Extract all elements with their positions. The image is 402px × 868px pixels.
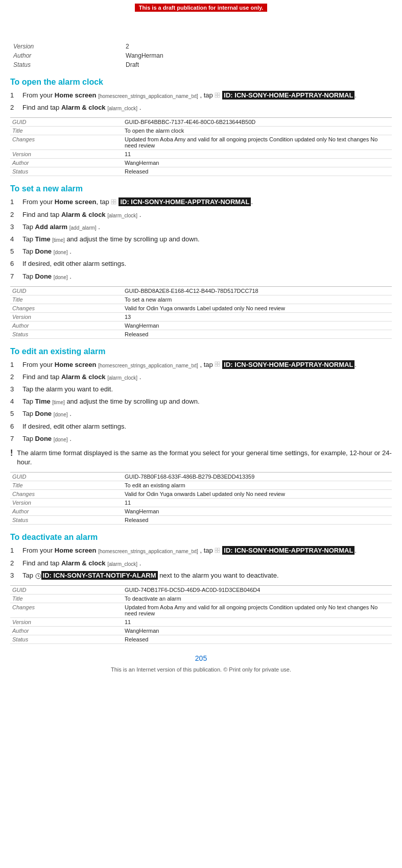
author-val: WangHerman <box>123 159 392 167</box>
title-label: Title <box>10 127 123 135</box>
svg-rect-1 <box>218 93 220 95</box>
status-label: Status <box>10 330 123 338</box>
version-val: 11 <box>123 499 392 507</box>
section4-title: To deactivate an alarm <box>10 533 392 542</box>
icn-highlight-2: ID: ICN-SONY-HOME-APPTRAY-NORMAL <box>119 197 251 206</box>
section2-title: To set a new alarm <box>10 184 392 193</box>
step-2-5: 5 Tap Done [done] . <box>10 247 392 256</box>
step-3-6: 6 If desired, edit other alarm settings. <box>10 422 392 431</box>
status-val: Released <box>123 167 392 176</box>
grid-icon-2 <box>111 199 118 206</box>
status-label: Status <box>10 516 123 525</box>
status-val: Released <box>123 516 392 525</box>
guid-label: GUID <box>10 118 123 127</box>
section3-steps: 1 From your Home screen [homescreen_stri… <box>10 360 392 443</box>
svg-rect-8 <box>215 362 217 364</box>
home-screen-bold-2: Home screen <box>55 198 97 206</box>
step-1-1: 1 From your Home screen [homescreen_stri… <box>10 91 392 100</box>
title-val: To set a new alarm <box>123 295 392 304</box>
status-label: Status <box>10 60 123 69</box>
changes-label: Changes <box>10 135 123 150</box>
author-label: Author <box>10 507 123 516</box>
section4-info-table: GUID GUID-74DB17F6-DC5D-46D9-AC0D-91D3CE… <box>10 585 392 644</box>
clock-icon <box>35 573 41 579</box>
section2: To set a new alarm 1 From your Home scre… <box>10 184 392 338</box>
svg-rect-11 <box>218 364 220 366</box>
guid-label: GUID <box>10 473 123 481</box>
section1: To open the alarm clock 1 From your Home… <box>10 78 392 176</box>
version-label: Version <box>10 312 123 321</box>
author-val: WangHerman <box>123 321 392 330</box>
note-text: The alarm time format displayed is the s… <box>17 449 392 467</box>
page-content: Version 2 Author WangHerman Status Draft… <box>0 42 402 673</box>
author-label: Author <box>10 321 123 330</box>
section3-note: ! The alarm time format displayed is the… <box>10 449 392 467</box>
version-val: 13 <box>123 312 392 321</box>
guid-val: GUID-BF64BBBC-7137-4E46-80C0-6B213644B50… <box>123 118 392 127</box>
step-2-4: 4 Tap Time [time] and adjust the time by… <box>10 235 392 244</box>
author-val: WangHerman <box>123 507 392 516</box>
status-label: Status <box>10 635 123 643</box>
status-val: Released <box>123 635 392 643</box>
guid-label: GUID <box>10 585 123 594</box>
version-label: Version <box>10 499 123 507</box>
section2-info-table: GUID GUID-BBD8A2E8-E168-4C12-B44D-78D517… <box>10 286 392 339</box>
title-val: To edit an existing alarm <box>123 481 392 490</box>
author-label: Author <box>10 51 123 60</box>
status-val: Released <box>123 330 392 338</box>
changes-label: Changes <box>10 603 123 617</box>
step-1-2: 2 Find and tap Alarm & clock [alarm_cloc… <box>10 103 392 112</box>
alarm-clock-bold: Alarm & clock <box>61 104 106 111</box>
svg-rect-5 <box>114 200 116 202</box>
author-label: Author <box>10 626 123 635</box>
icn-highlight-3: ID: ICN-SONY-HOME-APPTRAY-NORMAL <box>222 360 354 369</box>
page-number: 205 <box>10 654 392 662</box>
svg-rect-9 <box>218 362 220 364</box>
icn-highlight-4: ID: ICN-SONY-HOME-APPTRAY-NORMAL <box>222 546 354 555</box>
section2-steps: 1 From your Home screen, tap ID: ICN-SON… <box>10 197 392 281</box>
changes-val: Updated from Aoba Amy and valid for all … <box>123 135 392 150</box>
grid-icon-4 <box>215 548 222 555</box>
alarm-clock-ref-2: [alarm_clock] <box>107 213 137 218</box>
step-3-7: 7 Tap Done [done] . <box>10 434 392 443</box>
top-meta-table: Version 2 Author WangHerman Status Draft <box>10 42 392 69</box>
section1-title: To open the alarm clock <box>10 78 392 87</box>
guid-val: GUID-BBD8A2E8-E168-4C12-B44D-78D517DCC71… <box>123 286 392 295</box>
changes-val: Updated from Aoba Amy and valid for all … <box>123 603 392 617</box>
author-label: Author <box>10 159 123 167</box>
guid-val: GUID-74DB17F6-DC5D-46D9-AC0D-91D3CEB046D… <box>123 585 392 594</box>
step-2-6: 6 If desired, edit other alarm settings. <box>10 259 392 268</box>
section1-steps: 1 From your Home screen [homescreen_stri… <box>10 91 392 112</box>
step-4-1: 1 From your Home screen [homescreen_stri… <box>10 546 392 555</box>
svg-rect-3 <box>218 95 220 97</box>
svg-rect-12 <box>215 548 217 550</box>
step-2-7: 7 Tap Done [done] . <box>10 272 392 281</box>
grid-icon <box>215 92 222 100</box>
step-3-3: 3 Tap the alarm you want to edit. <box>10 385 392 394</box>
step-4-3: 3 Tap ID: ICN-SONY-STAT-NOTIFY-ALARM nex… <box>10 571 392 580</box>
alarm-clock-ref: [alarm_clock] <box>107 106 137 111</box>
changes-label: Changes <box>10 490 123 499</box>
title-label: Title <box>10 594 123 603</box>
version-label: Version <box>10 42 123 51</box>
version-val: 11 <box>123 150 392 159</box>
note-icon: ! <box>10 449 13 458</box>
version-val: 11 <box>123 617 392 626</box>
section4: To deactivate an alarm 1 From your Home … <box>10 533 392 644</box>
step-2-2: 2 Find and tap Alarm & clock [alarm_cloc… <box>10 210 392 219</box>
guid-label: GUID <box>10 286 123 295</box>
section3-info-table: GUID GUID-78B0F168-633F-486B-B279-DB3EDD… <box>10 472 392 525</box>
title-label: Title <box>10 295 123 304</box>
guid-val: GUID-78B0F168-633F-486B-B279-DB3EDD41335… <box>123 473 392 481</box>
version-label: Version <box>10 617 123 626</box>
svg-rect-4 <box>111 200 113 202</box>
step-3-2: 2 Find and tap Alarm & clock [alarm_cloc… <box>10 373 392 382</box>
section3-title: To edit an existing alarm <box>10 347 392 356</box>
author-val: WangHerman <box>123 626 392 635</box>
svg-rect-2 <box>215 95 217 97</box>
status-label: Status <box>10 167 123 176</box>
draft-banner: This is a draft publication for internal… <box>135 4 268 12</box>
svg-rect-13 <box>218 548 220 550</box>
icn-highlight-1: ID: ICN-SONY-HOME-APPTRAY-NORMAL <box>222 91 354 100</box>
version-label: Version <box>10 150 123 159</box>
